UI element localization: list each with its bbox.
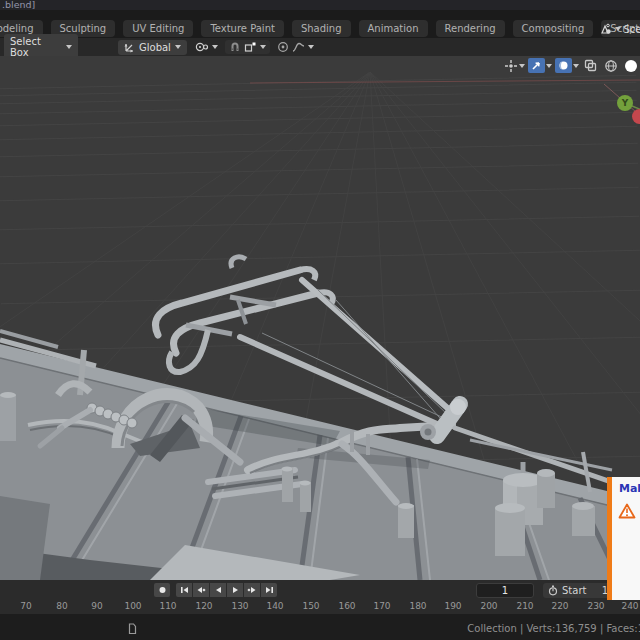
xray-icon[interactable] (582, 58, 599, 73)
timeline-header: 1 Start 1 (0, 580, 640, 600)
scene-icon (599, 23, 612, 35)
chevron-down-icon (615, 27, 621, 31)
ruler-tick: 170 (373, 601, 390, 611)
ruler-tick: 80 (56, 601, 67, 611)
window-title-bar: .blend] (0, 0, 640, 10)
popup-title: Mal (619, 482, 640, 495)
solid-shading-icon[interactable] (622, 58, 639, 73)
chevron-down-icon (519, 64, 525, 68)
chevron-down-icon (212, 45, 218, 49)
workspace-tabs-bar: Modeling Sculpting UV Editing Texture Pa… (0, 10, 640, 38)
proportional-editing-icon[interactable] (277, 41, 289, 53)
transform-orientation-icon (124, 42, 135, 53)
show-overlays-toggle[interactable] (528, 58, 552, 73)
chevron-down-icon (175, 45, 181, 49)
ruler-tick: 200 (480, 601, 497, 611)
ruler-tick: 90 (91, 601, 102, 611)
ruler-tick: 120 (195, 601, 212, 611)
next-keyframe-button[interactable] (244, 583, 260, 597)
tab-animation[interactable]: Animation (359, 20, 428, 37)
chevron-down-icon (546, 64, 552, 68)
proportional-editing-group (273, 40, 318, 54)
show-gizmo-icon (504, 59, 518, 73)
tab-compositing[interactable]: Compositing (513, 20, 594, 37)
tab-uv-editing[interactable]: UV Editing (123, 20, 193, 37)
ruler-tick: 70 (20, 601, 31, 611)
file-icon (128, 623, 137, 635)
snap-target-icon[interactable] (244, 41, 257, 53)
tab-texture-paint[interactable]: Texture Paint (201, 20, 284, 37)
transform-orientation-label: Global (139, 42, 171, 53)
timeline-ruler[interactable]: 70 80 90 100 110 120 130 140 150 160 170… (0, 600, 640, 614)
chevron-down-icon (66, 45, 72, 49)
transform-orientation-dropdown[interactable]: Global (118, 40, 187, 55)
ruler-tick: 220 (551, 601, 568, 611)
scene-statistics: Collection | Verts:136,759 | Faces:1 (467, 623, 640, 634)
viewport-header-controls (504, 57, 639, 74)
wireframe-shading-icon[interactable] (602, 58, 619, 73)
chevron-down-icon[interactable] (308, 45, 314, 49)
nav-gizmo-x-axis[interactable] (632, 109, 640, 124)
ruler-tick: 110 (159, 601, 176, 611)
scene-name: Scene (624, 24, 640, 35)
playback-controls (154, 583, 277, 597)
ruler-tick: 210 (516, 601, 533, 611)
active-tool-label: Select Box (10, 36, 62, 58)
snap-magnet-icon[interactable] (229, 41, 241, 53)
chevron-down-icon[interactable] (260, 45, 266, 49)
current-frame-field[interactable]: 1 (476, 583, 534, 598)
jump-to-start-button[interactable] (176, 583, 192, 597)
show-overlays-icon (528, 58, 545, 73)
jump-to-end-button[interactable] (261, 583, 277, 597)
ruler-tick: 180 (409, 601, 426, 611)
ruler-tick: 140 (266, 601, 283, 611)
viewport-3d[interactable]: Y (0, 56, 640, 580)
window-title: .blend] (2, 0, 35, 10)
ruler-tick: 230 (587, 601, 604, 611)
tool-settings-header: Select Box Global (0, 38, 640, 57)
notification-popup[interactable]: Mal (607, 477, 640, 600)
chevron-down-icon (573, 64, 579, 68)
shading-sphere-icon (555, 58, 572, 73)
falloff-curve-icon[interactable] (292, 41, 305, 53)
play-reverse-button[interactable] (210, 583, 226, 597)
tab-rendering[interactable]: Rendering (436, 20, 505, 37)
play-button[interactable] (227, 583, 243, 597)
scene-selector[interactable]: Scene (599, 23, 640, 35)
pivot-point-dropdown[interactable] (191, 40, 222, 54)
transport-buttons (176, 583, 277, 597)
ruler-tick: 190 (444, 601, 461, 611)
ruler-tick: 240 (621, 601, 638, 611)
nav-gizmo-y-axis[interactable]: Y (617, 95, 633, 111)
start-label: Start (562, 585, 586, 596)
prev-keyframe-button[interactable] (193, 583, 209, 597)
ruler-tick: 100 (124, 601, 141, 611)
shading-dropdown[interactable] (555, 58, 579, 73)
snapping-group (225, 40, 270, 54)
warning-triangle-icon (618, 503, 636, 519)
viewport-scene (0, 56, 640, 580)
pivot-point-icon (195, 41, 209, 53)
workspace-tabs: Modeling Sculpting UV Editing Texture Pa… (0, 19, 640, 37)
tab-shading[interactable]: Shading (292, 20, 351, 37)
show-gizmo-dropdown[interactable] (504, 59, 525, 73)
auto-keying-button[interactable] (154, 583, 170, 597)
ruler-tick: 130 (231, 601, 248, 611)
frame-start-field[interactable]: Start 1 (543, 583, 613, 598)
stopwatch-icon (548, 585, 558, 596)
status-bar: Collection | Verts:136,759 | Faces:1 (0, 614, 640, 640)
ruler-tick: 150 (302, 601, 319, 611)
ruler-tick: 160 (338, 601, 355, 611)
